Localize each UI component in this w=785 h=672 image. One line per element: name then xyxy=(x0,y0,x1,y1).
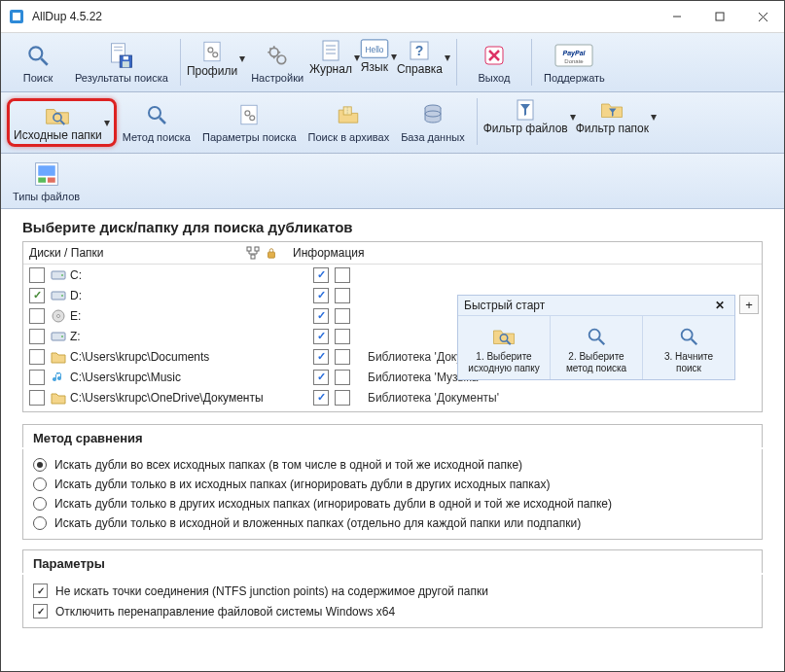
radio-icon xyxy=(33,516,47,530)
quick-start-step-2[interactable]: 2. Выберитеметод поиска xyxy=(551,316,643,379)
search-button[interactable]: Поиск xyxy=(9,39,67,86)
param-disable-redirect[interactable]: Отключить перенаправление файловой систе… xyxy=(33,601,752,621)
drive-icon xyxy=(51,370,66,385)
archive-search-button[interactable]: Поиск в архивах xyxy=(304,98,394,145)
checkbox-icon xyxy=(33,584,48,598)
minimize-button[interactable] xyxy=(656,1,698,32)
compare-method-group: Искать дубли во всех исходных папках (в … xyxy=(22,449,763,540)
source-folders-button[interactable]: Исходные папки ▾ xyxy=(14,103,110,142)
search-method-button[interactable]: Метод поиска xyxy=(119,98,195,145)
drive-icon xyxy=(51,308,66,324)
column-info: Информация xyxy=(293,246,364,260)
disk-path: Z: xyxy=(70,330,313,343)
params-title: Параметры xyxy=(22,549,763,573)
hello-icon xyxy=(360,39,389,60)
lock-checkbox[interactable] xyxy=(335,288,350,303)
svg-rect-49 xyxy=(716,13,724,20)
profiles-icon xyxy=(199,39,225,64)
compare-method-title: Метод сравнения xyxy=(22,424,763,447)
quick-start-step-1[interactable]: 1. Выберитеисходную папку xyxy=(458,316,551,379)
quick-start-panel: Быстрый старт ✕ 1. Выберитеисходную папк… xyxy=(457,295,735,380)
disk-path: C:\Users\krupc\OneDrive\Документы xyxy=(70,391,313,405)
subfolder-checkbox[interactable] xyxy=(313,329,329,344)
folder-filter-button[interactable]: Фильтр папок ▾ xyxy=(576,98,657,135)
exit-button[interactable]: Выход xyxy=(465,39,523,86)
checkbox-icon xyxy=(29,370,45,385)
disk-row[interactable]: C: xyxy=(29,265,756,285)
drive-icon xyxy=(51,288,66,303)
add-folder-button[interactable]: + xyxy=(739,295,759,314)
database-icon xyxy=(421,103,445,126)
quick-start-title: Быстрый старт xyxy=(464,299,545,312)
subfolder-checkbox[interactable] xyxy=(313,370,329,385)
lock-icon[interactable] xyxy=(266,247,277,259)
settings-button[interactable]: Настройки xyxy=(247,39,307,86)
journal-button[interactable]: Журнал ▾ xyxy=(309,39,360,76)
separator xyxy=(531,39,532,86)
disk-row[interactable]: C:\Users\krupc\OneDrive\ДокументыБиблиот… xyxy=(29,387,756,407)
disk-path: D: xyxy=(70,289,313,302)
lock-checkbox[interactable] xyxy=(335,329,350,344)
support-button[interactable]: Поддержать xyxy=(540,39,609,86)
window-title: AllDup 4.5.22 xyxy=(32,10,656,23)
doc-search-icon xyxy=(145,103,168,126)
page-title: Выберите диск/папку для поиска дубликато… xyxy=(1,209,784,241)
magnifier-icon xyxy=(25,43,51,68)
quick-start-close[interactable]: ✕ xyxy=(711,299,729,312)
profiles-button[interactable]: Профили ▾ xyxy=(187,39,245,78)
file-types-button[interactable]: Типы файлов xyxy=(9,158,84,204)
main-toolbar: Поиск Результаты поиска Профили ▾ Настро… xyxy=(1,33,784,92)
chevron-down-icon: ▾ xyxy=(445,51,450,64)
language-button[interactable]: Язык ▾ xyxy=(360,39,397,74)
checkbox-icon xyxy=(29,267,45,283)
compare-option-2[interactable]: Искать дубли только в их исходных папках… xyxy=(33,475,752,494)
subfolder-checkbox[interactable] xyxy=(313,308,329,324)
params-group: Не искать точки соединения (NTFS junctio… xyxy=(22,575,763,628)
close-button[interactable] xyxy=(741,1,784,32)
help-button[interactable]: Справка ▾ xyxy=(397,39,450,76)
drive-icon xyxy=(51,329,66,344)
folder-search-icon xyxy=(43,103,72,128)
tree-icon[interactable] xyxy=(246,246,260,260)
checkbox-icon xyxy=(29,349,45,365)
lock-checkbox[interactable] xyxy=(335,370,350,385)
lock-checkbox[interactable] xyxy=(335,349,350,365)
column-disks: Диски / Папки xyxy=(29,246,104,260)
chevron-down-icon: ▾ xyxy=(651,110,657,124)
title-bar: AllDup 4.5.22 xyxy=(1,1,784,33)
disk-path: C: xyxy=(70,268,313,282)
subfolder-checkbox[interactable] xyxy=(313,390,329,406)
subfolder-checkbox[interactable] xyxy=(313,288,329,303)
results-button[interactable]: Результаты поиска xyxy=(71,39,172,86)
compare-option-1[interactable]: Искать дубли во всех исходных папках (в … xyxy=(33,455,752,475)
archive-icon xyxy=(335,102,362,127)
lock-checkbox[interactable] xyxy=(335,267,350,283)
gears-icon xyxy=(265,43,290,68)
checkbox-icon xyxy=(33,604,48,619)
subfolder-checkbox[interactable] xyxy=(313,267,329,283)
journal-icon xyxy=(319,39,342,62)
subfolder-checkbox[interactable] xyxy=(313,349,329,365)
folder-filter-icon xyxy=(598,98,625,122)
database-button[interactable]: База данных xyxy=(397,98,469,145)
search-params-button[interactable]: Параметры поиска xyxy=(198,98,301,145)
checkbox-icon xyxy=(29,288,45,303)
disk-info: Библиотека 'Документы' xyxy=(356,391,756,405)
disk-path: C:\Users\krupc\Music xyxy=(70,371,313,384)
paypal-icon xyxy=(554,44,593,67)
compare-option-3[interactable]: Искать дубли только в других исходных па… xyxy=(33,494,752,513)
param-ntfs-junction[interactable]: Не искать точки соединения (NTFS junctio… xyxy=(33,581,752,601)
quick-start-step-3[interactable]: 3. Начнитепоиск xyxy=(643,316,734,379)
checkbox-icon xyxy=(29,390,45,406)
compare-option-4[interactable]: Искать дубли только в исходной и вложенн… xyxy=(33,513,752,533)
doc-gear-icon xyxy=(236,102,262,127)
drive-icon xyxy=(51,267,66,283)
chevron-down-icon: ▾ xyxy=(104,116,110,129)
lock-checkbox[interactable] xyxy=(335,308,350,324)
maximize-button[interactable] xyxy=(698,1,741,32)
lock-checkbox[interactable] xyxy=(335,390,350,406)
file-filter-button[interactable]: Фильтр файлов ▾ xyxy=(483,98,576,135)
results-icon xyxy=(108,42,135,69)
drive-icon xyxy=(51,390,66,406)
disk-path: C:\Users\krupc\Documents xyxy=(70,350,313,364)
